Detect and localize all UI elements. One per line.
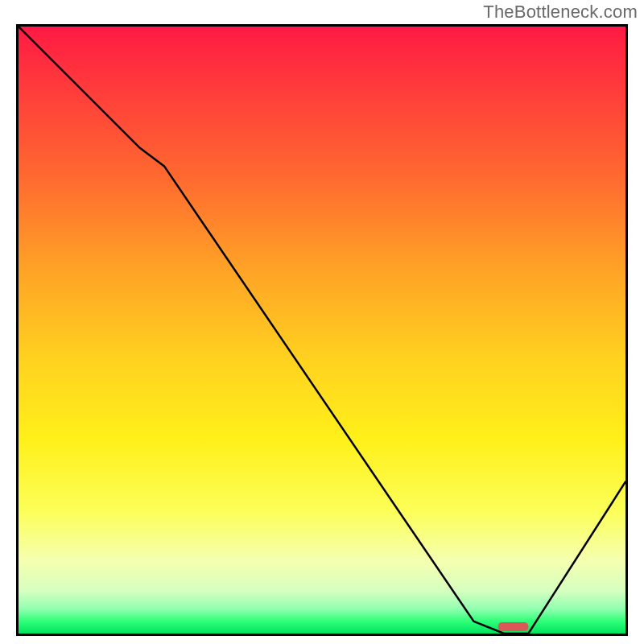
- plot-frame: [16, 24, 628, 636]
- bottleneck-curve: [19, 27, 625, 634]
- watermark-text: TheBottleneck.com: [483, 2, 638, 23]
- chart-container: TheBottleneck.com: [0, 0, 644, 644]
- optimal-marker: [498, 622, 529, 631]
- plot-overlay: [19, 27, 625, 634]
